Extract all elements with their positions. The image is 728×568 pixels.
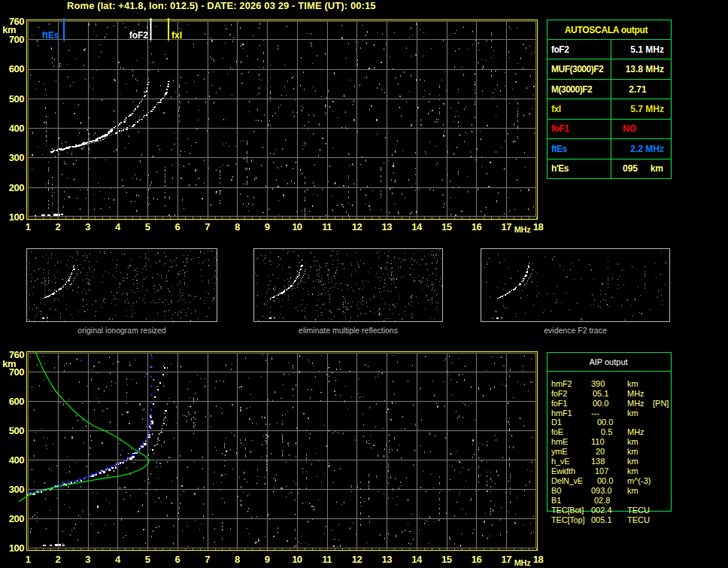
svg-text:17: 17 [502,554,512,565]
svg-text:2: 2 [55,554,60,565]
svg-text:hmE: hmE [551,437,568,446]
svg-text:100: 100 [9,542,24,554]
svg-text:MHz: MHz [514,225,532,234]
svg-text:h'Es: h'Es [551,163,569,174]
svg-text:MHz: MHz [627,399,645,408]
svg-text:fxI: fxI [171,30,182,41]
svg-text:2.71: 2.71 [629,84,647,95]
svg-text:00.0: 00.0 [593,399,608,408]
svg-text:6: 6 [174,221,180,232]
svg-text:Ewidth: Ewidth [551,466,575,475]
svg-text:AUTOSCALA output: AUTOSCALA output [565,25,648,35]
svg-text:6: 6 [174,554,180,565]
svg-text:m^(-3): m^(-3) [627,476,651,485]
svg-text:9: 9 [265,221,270,232]
svg-text:km: km [627,486,639,495]
svg-text:9: 9 [265,554,270,565]
svg-text:NO: NO [623,123,636,134]
svg-text:095: 095 [623,163,638,174]
svg-text:3: 3 [85,221,90,232]
svg-text:8: 8 [235,221,240,232]
svg-text:ftEs: ftEs [551,144,567,154]
svg-text:700: 700 [9,366,24,378]
svg-text:02.8: 02.8 [594,496,610,505]
svg-text:300: 300 [9,152,24,163]
svg-text:13: 13 [381,554,392,565]
svg-text:300: 300 [9,484,24,495]
svg-text:15: 15 [441,221,452,232]
svg-text:14: 14 [411,554,423,565]
svg-text:100: 100 [9,211,24,223]
svg-text:MHz: MHz [627,427,645,436]
svg-text:11: 11 [322,221,332,232]
svg-text:5.1 MHz: 5.1 MHz [630,44,664,55]
svg-text:110: 110 [591,437,605,446]
svg-text:km: km [627,379,639,388]
svg-text:700: 700 [9,34,24,45]
svg-text:foF2: foF2 [551,44,569,55]
svg-text:7: 7 [205,221,210,232]
svg-text:17: 17 [502,221,512,232]
svg-text:ymE: ymE [551,447,567,456]
svg-text:390: 390 [591,379,605,388]
svg-text:8: 8 [235,554,240,565]
svg-text:B0: B0 [551,486,561,495]
svg-text:11: 11 [322,554,332,565]
svg-text:20: 20 [596,447,605,456]
svg-text:18: 18 [533,554,544,565]
svg-text:[PN]: [PN] [653,399,669,408]
svg-text:400: 400 [9,454,24,466]
svg-text:foE: foE [551,427,563,436]
svg-text:13.8 MHz: 13.8 MHz [626,64,664,74]
svg-text:5.7 MHz: 5.7 MHz [630,104,664,114]
svg-text:km: km [627,447,639,456]
svg-text:107: 107 [595,466,608,475]
svg-text:200: 200 [9,513,24,524]
svg-text:005.1: 005.1 [591,515,612,524]
svg-text:Rome (lat: +41.8, lon: 012.5): Rome (lat: +41.8, lon: 012.5) - DATE: 20… [67,0,376,11]
svg-text:600: 600 [9,396,24,407]
svg-text:foF2: foF2 [551,389,567,398]
svg-text:km: km [627,437,639,446]
svg-text:002.4: 002.4 [591,506,612,515]
svg-text:12: 12 [352,554,362,565]
svg-text:---: --- [591,409,599,418]
svg-text:00.0: 00.0 [597,476,613,485]
svg-text:km: km [627,409,639,418]
svg-text:2.2 MHz: 2.2 MHz [630,144,664,154]
svg-text:eliminate multiple reflections: eliminate multiple reflections [299,326,398,335]
svg-text:DelN_vE: DelN_vE [551,476,583,485]
svg-text:500: 500 [9,93,24,105]
svg-text:14: 14 [411,221,423,232]
svg-text:3: 3 [85,554,90,565]
svg-text:093.0: 093.0 [591,486,612,495]
svg-text:D1: D1 [551,418,562,427]
svg-text:05.1: 05.1 [593,389,608,398]
svg-text:hmF1: hmF1 [551,409,572,418]
svg-text:original ionogram resized: original ionogram resized [77,326,165,335]
svg-text:km: km [651,163,663,174]
svg-text:18: 18 [533,221,544,232]
svg-text:15: 15 [441,554,452,565]
svg-text:foF1: foF1 [551,123,569,134]
svg-text:km: km [627,466,639,475]
svg-text:foF2: foF2 [129,30,149,41]
svg-text:B1: B1 [551,496,561,505]
svg-text:1: 1 [26,221,31,232]
svg-text:0.5: 0.5 [601,427,612,436]
svg-text:evidence F2 trace: evidence F2 trace [544,326,607,335]
svg-text:hmF2: hmF2 [551,379,572,388]
svg-text:2: 2 [55,221,60,232]
svg-text:TEC[Top]: TEC[Top] [551,515,584,524]
svg-text:10: 10 [292,221,302,232]
svg-text:TECU: TECU [627,515,650,524]
svg-text:h_vE: h_vE [551,457,569,466]
svg-text:138: 138 [591,457,605,466]
svg-text:600: 600 [9,63,24,74]
svg-text:fxI: fxI [551,104,561,114]
svg-text:foF1: foF1 [551,399,567,408]
svg-text:5: 5 [145,221,150,232]
svg-text:00.0: 00.0 [597,418,613,427]
svg-text:400: 400 [9,123,24,134]
svg-text:ftEs: ftEs [42,30,59,41]
